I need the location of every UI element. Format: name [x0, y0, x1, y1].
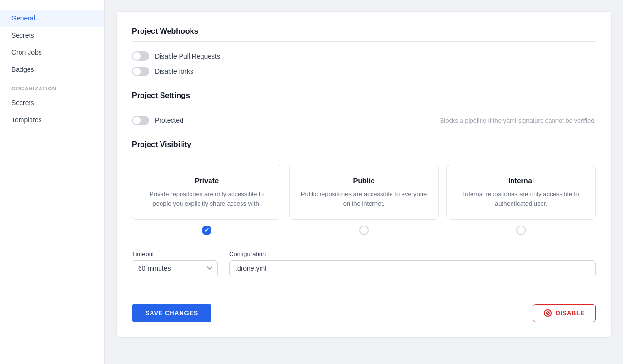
radio-cell-private: [132, 226, 281, 235]
private-desc: Private repositories are only accessible…: [140, 189, 273, 208]
public-desc: Public repositories are accessible to ev…: [297, 189, 431, 208]
timeout-select[interactable]: 30 minutes 60 minutes 90 minutes 120 min…: [132, 260, 218, 276]
project-webhooks-title: Project Webhooks: [132, 27, 596, 42]
visibility-card-internal[interactable]: Internal Internal repositories are only …: [446, 165, 596, 220]
protected-row: Protected Blocks a pipeline if the yaml …: [132, 116, 596, 125]
configuration-label: Configuration: [229, 250, 596, 257]
timeout-config-row: Timeout 30 minutes 60 minutes 90 minutes…: [132, 250, 596, 276]
project-settings-title: Project Settings: [132, 91, 596, 106]
public-title: Public: [297, 177, 431, 185]
sidebar-item-secrets[interactable]: Secrets: [0, 27, 104, 44]
sidebar-item-general[interactable]: General: [0, 10, 104, 27]
disable-icon: ⊘: [544, 309, 552, 317]
visibility-card-private[interactable]: Private Private repositories are only ac…: [132, 165, 281, 220]
radio-internal[interactable]: [516, 226, 526, 235]
timeout-group: Timeout 30 minutes 60 minutes 90 minutes…: [132, 250, 218, 276]
settings-card: Project Webhooks Disable Pull Requests D…: [116, 11, 612, 338]
disable-pull-requests-row: Disable Pull Requests: [132, 51, 596, 61]
internal-desc: Internal repositories are only accessibl…: [454, 189, 588, 208]
radio-buttons-row: [132, 226, 596, 235]
timeout-label: Timeout: [132, 250, 218, 257]
disable-forks-row: Disable forks: [132, 67, 596, 76]
radio-private[interactable]: [202, 226, 211, 235]
actions-row: SAVE CHANGES ⊘ DISABLE: [132, 292, 596, 322]
disable-button[interactable]: ⊘ DISABLE: [533, 304, 596, 322]
main-content: Project Webhooks Disable Pull Requests D…: [105, 0, 623, 364]
project-webhooks-section: Project Webhooks Disable Pull Requests D…: [132, 27, 596, 76]
radio-public[interactable]: [359, 226, 369, 235]
sidebar-item-badges[interactable]: Badges: [0, 61, 104, 78]
disable-pull-requests-toggle[interactable]: [132, 51, 149, 61]
organization-section-label: ORGANIZATION: [0, 78, 104, 94]
disable-forks-label: Disable forks: [155, 68, 193, 75]
disable-pull-requests-label: Disable Pull Requests: [155, 52, 220, 60]
internal-title: Internal: [454, 177, 588, 185]
private-title: Private: [140, 177, 273, 185]
save-changes-button[interactable]: SAVE CHANGES: [132, 304, 211, 322]
sidebar: General Secrets Cron Jobs Badges ORGANIZ…: [0, 0, 105, 364]
project-visibility-title: Project Visibility: [132, 140, 596, 155]
disable-forks-toggle[interactable]: [132, 67, 149, 76]
project-settings-section: Project Settings Protected Blocks a pipe…: [132, 91, 596, 125]
sidebar-item-org-secrets[interactable]: Secrets: [0, 94, 104, 111]
configuration-group: Configuration: [229, 250, 596, 276]
configuration-input[interactable]: [229, 260, 596, 276]
sidebar-item-templates[interactable]: Templates: [0, 111, 104, 128]
visibility-card-public[interactable]: Public Public repositories are accessibl…: [289, 165, 439, 220]
radio-cell-public: [289, 226, 439, 235]
disable-label: DISABLE: [555, 309, 585, 316]
radio-cell-internal: [446, 226, 596, 235]
protected-hint: Blocks a pipeline if the yaml signature …: [440, 117, 596, 124]
protected-toggle[interactable]: [132, 116, 149, 125]
sidebar-item-cron-jobs[interactable]: Cron Jobs: [0, 44, 104, 61]
visibility-cards: Private Private repositories are only ac…: [132, 165, 596, 220]
project-visibility-section: Project Visibility Private Private repos…: [132, 140, 596, 235]
protected-label: Protected: [155, 117, 183, 124]
